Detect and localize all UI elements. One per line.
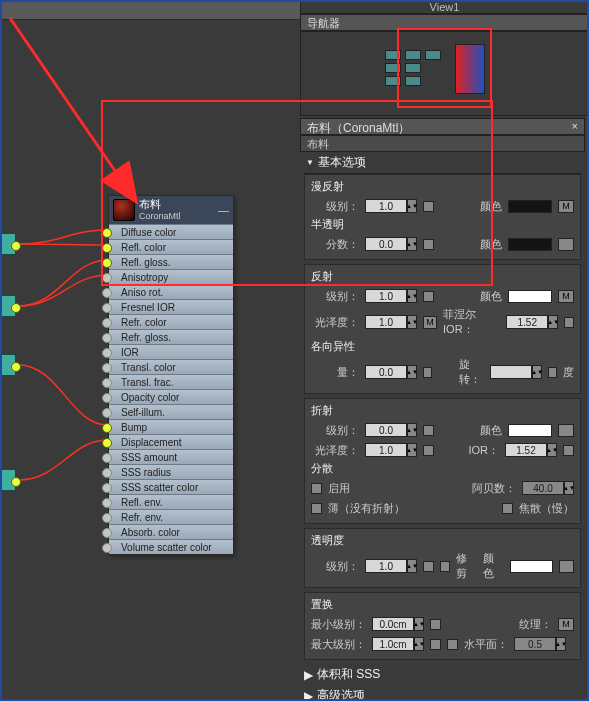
material-panel-title: 布料（CoronaMtl） × <box>300 118 585 135</box>
input-port[interactable] <box>102 453 112 463</box>
input-port[interactable] <box>102 378 112 388</box>
node-input-row[interactable]: Refl. env. <box>109 494 233 509</box>
material-panel: ▼基本选项 漫反射 级别： ▲▼ 颜色 M 半透明 分数： ▲▼ 颜色 反射 级… <box>300 152 585 701</box>
upstream-node[interactable] <box>0 354 16 376</box>
input-port[interactable] <box>102 273 112 283</box>
input-port[interactable] <box>102 348 112 358</box>
input-port[interactable] <box>102 258 112 268</box>
refl-ior[interactable]: ▲▼ <box>506 315 558 329</box>
node-input-row[interactable]: Refl. gloss. <box>109 254 233 269</box>
transl-chk[interactable] <box>423 239 434 250</box>
disp-max[interactable]: ▲▼ <box>372 637 424 651</box>
opacity-color[interactable] <box>510 560 552 573</box>
input-port[interactable] <box>102 408 112 418</box>
disp-water[interactable]: ▲▼ <box>514 637 566 651</box>
refl-color[interactable] <box>508 290 552 303</box>
section-volume[interactable]: ▶体积和 SSS <box>304 664 581 685</box>
upstream-node[interactable] <box>0 233 16 255</box>
input-port[interactable] <box>102 243 112 253</box>
group-reflect: 反射 级别： ▲▼ 颜色 M 光泽度： ▲▼ M 菲涅尔 IOR： ▲▼ 各向异… <box>304 264 581 394</box>
material-panel-sub[interactable]: 布料 <box>300 135 585 152</box>
node-input-row[interactable]: Fresnel IOR <box>109 299 233 314</box>
node-input-row[interactable]: SSS radius <box>109 464 233 479</box>
input-port[interactable] <box>102 228 112 238</box>
input-port[interactable] <box>102 318 112 328</box>
node-input-row[interactable]: Transl. frac. <box>109 374 233 389</box>
opacity-level[interactable]: ▲▼ <box>365 559 417 573</box>
close-icon[interactable]: × <box>572 120 578 132</box>
input-port[interactable] <box>102 393 112 403</box>
node-input-row[interactable]: Opacity color <box>109 389 233 404</box>
node-input-row[interactable]: Refr. env. <box>109 509 233 524</box>
aniso-rot[interactable]: ▲▼ <box>490 365 542 379</box>
caustic-chk[interactable] <box>502 503 513 514</box>
refr-ior[interactable]: ▲▼ <box>505 443 557 457</box>
node-input-row[interactable]: Displacement <box>109 434 233 449</box>
node-input-row[interactable]: Aniso rot. <box>109 284 233 299</box>
node-input-row[interactable]: IOR <box>109 344 233 359</box>
refl-level[interactable]: ▲▼ <box>365 289 417 303</box>
svg-line-0 <box>10 18 135 200</box>
disp-min[interactable]: ▲▼ <box>372 617 424 631</box>
navigator-material-thumb[interactable] <box>455 44 485 94</box>
node-input-row[interactable]: Bump <box>109 419 233 434</box>
node-input-row[interactable]: Volume scatter color <box>109 539 233 554</box>
node-input-row[interactable]: Self-illum. <box>109 404 233 419</box>
refr-level[interactable]: ▲▼ <box>365 423 417 437</box>
refl-gloss[interactable]: ▲▼ <box>365 315 417 329</box>
input-port[interactable] <box>102 513 112 523</box>
input-port[interactable] <box>102 468 112 478</box>
input-port[interactable] <box>102 333 112 343</box>
input-port[interactable] <box>102 438 112 448</box>
section-advanced[interactable]: ▶高级选项 <box>304 685 581 701</box>
transl-map-chk[interactable] <box>558 238 574 251</box>
node-input-row[interactable]: Diffuse color <box>109 224 233 239</box>
node-input-row[interactable]: SSS amount <box>109 449 233 464</box>
refl-map-btn[interactable]: M <box>558 290 574 303</box>
thin-chk[interactable] <box>311 503 322 514</box>
view-title: View1 <box>300 0 589 14</box>
diffuse-level[interactable]: ▲▼ <box>365 199 417 213</box>
minimize-icon[interactable]: — <box>218 204 229 216</box>
group-refract: 折射 级别： ▲▼ 颜色 光泽度： ▲▼ IOR： ▲▼ 分散 启用 阿贝数： … <box>304 398 581 524</box>
input-port[interactable] <box>102 483 112 493</box>
refr-color[interactable] <box>508 424 552 437</box>
material-node[interactable]: 布料CoronaMtl — Diffuse colorRefl. colorRe… <box>108 195 234 555</box>
input-port[interactable] <box>102 423 112 433</box>
node-input-row[interactable]: Transl. color <box>109 359 233 374</box>
navigator-title: 导航器 <box>300 14 589 31</box>
node-input-row[interactable]: Refl. color <box>109 239 233 254</box>
node-input-row[interactable]: SSS scatter color <box>109 479 233 494</box>
node-input-row[interactable]: Refr. color <box>109 314 233 329</box>
transl-fraction[interactable]: ▲▼ <box>365 237 417 251</box>
group-diffuse: 漫反射 级别： ▲▼ 颜色 M 半透明 分数： ▲▼ 颜色 <box>304 174 581 260</box>
navigator-thumb <box>385 50 441 89</box>
disp-tex-btn[interactable]: M <box>558 618 574 631</box>
material-preview-icon <box>113 199 135 221</box>
aniso-amount[interactable]: ▲▼ <box>365 365 417 379</box>
navigator-panel <box>300 31 589 116</box>
diffuse-level-chk[interactable] <box>423 201 434 212</box>
section-basic[interactable]: ▼基本选项 <box>304 152 581 174</box>
diffuse-map-btn[interactable]: M <box>558 200 574 213</box>
node-input-row[interactable]: Anisotropy <box>109 269 233 284</box>
transl-color[interactable] <box>508 238 552 251</box>
input-port[interactable] <box>102 528 112 538</box>
upstream-node[interactable] <box>0 295 16 317</box>
dispersion-enable[interactable] <box>311 483 322 494</box>
group-opacity: 透明度 级别： ▲▼ 修剪 颜色 <box>304 528 581 588</box>
input-port[interactable] <box>102 498 112 508</box>
node-input-row[interactable]: Refr. gloss. <box>109 329 233 344</box>
input-port[interactable] <box>102 303 112 313</box>
upstream-node[interactable] <box>0 469 16 491</box>
input-port[interactable] <box>102 288 112 298</box>
input-port[interactable] <box>102 363 112 373</box>
abbe[interactable]: ▲▼ <box>522 481 574 495</box>
tri-down-icon: ▼ <box>306 158 314 167</box>
node-input-row[interactable]: Absorb. color <box>109 524 233 539</box>
diffuse-color[interactable] <box>508 200 552 213</box>
input-port[interactable] <box>102 543 112 553</box>
node-header[interactable]: 布料CoronaMtl — <box>109 196 233 224</box>
refr-gloss[interactable]: ▲▼ <box>365 443 417 457</box>
toolbar <box>0 0 300 20</box>
